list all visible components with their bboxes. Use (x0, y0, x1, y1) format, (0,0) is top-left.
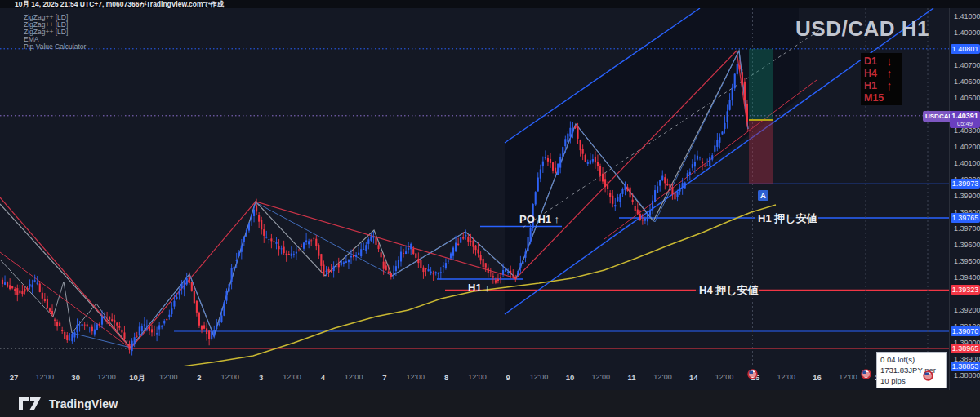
economic-event-icon[interactable] (861, 368, 871, 379)
mtf-row-h1: H1↑ (864, 79, 902, 91)
publish-info-text: 10月 14, 2025 21:54 UTC+7, m0607366がTradi… (15, 0, 224, 8)
time-tick: 7 (382, 373, 386, 382)
price-alert-badge: 1.38965 (951, 344, 980, 353)
time-tick: 12:00 (407, 373, 425, 381)
footer-bar: TradingView (0, 390, 980, 417)
price-alert-badge: 1.40801 (951, 44, 980, 54)
price-alert-badge: 1.39765 (951, 213, 980, 223)
time-tick: 12:00 (159, 373, 178, 381)
time-tick: 12:00 (283, 373, 301, 381)
price-tick: 1.40600 (954, 78, 980, 86)
price-tick: 1.41000 (954, 12, 980, 20)
position-profit-zone[interactable] (749, 49, 773, 120)
price-alert-badge: 1.39070 (951, 326, 980, 336)
time-tick: 12:00 (468, 373, 487, 381)
mtf-row-h4: H4↑ (864, 67, 902, 79)
time-tick: 12:00 (97, 373, 116, 381)
price-alert-badge: 1.39973 (951, 179, 980, 189)
economic-event-icon[interactable] (747, 368, 758, 379)
time-tick: 12:00 (221, 373, 240, 381)
price-tick: 1.39900 (954, 192, 980, 200)
chart-canvas[interactable]: PO H1 ↑H1 ↓H1 押し安値H4 押し安値A (0, 0, 949, 366)
time-tick: 12:00 (839, 373, 858, 381)
mtf-row-d1: D1↓ (864, 55, 902, 67)
bar-countdown: 05:49 (950, 120, 980, 127)
tradingview-published-chart: 10月 14, 2025 21:54 UTC+7, m0607366がTradi… (0, 0, 980, 417)
publish-info-bar: 10月 14, 2025 21:54 UTC+7, m0607366がTradi… (0, 0, 980, 8)
time-tick: 11 (628, 373, 636, 382)
time-tick: 2 (197, 373, 201, 382)
drawing-text[interactable]: H1 押し安値 (758, 212, 817, 224)
time-tick: 9 (506, 373, 510, 382)
time-tick: 4 (321, 373, 325, 382)
price-tick: 1.39700 (954, 224, 980, 233)
a-marker-text: A (760, 191, 766, 200)
mtf-arrow-icon: ↑ (887, 78, 892, 93)
tradingview-logo-icon[interactable] (18, 397, 42, 410)
economic-event-icon[interactable] (923, 370, 933, 380)
price-tick: 1.39200 (954, 306, 980, 314)
time-tick: 12:00 (715, 373, 734, 381)
price-tick: 1.39600 (954, 241, 980, 249)
price-tick: 1.40700 (954, 61, 980, 69)
current-price-value: 1.40391 (950, 112, 980, 120)
time-tick: 10 (566, 373, 575, 382)
time-axis[interactable]: 2712:003012:0010月12:00212:00312:00412:00… (0, 366, 949, 390)
price-tick: 1.40200 (954, 143, 980, 151)
price-tick: 1.40100 (954, 159, 980, 167)
tooltip-lots: 0.04 lot(s) (880, 354, 942, 365)
time-tick: 3 (259, 373, 263, 382)
drawing-text[interactable]: H4 押し安値 (699, 284, 759, 296)
tooltip-pip-value: 1731.83JPY per 10 pips (880, 365, 942, 386)
drawing-text[interactable]: PO H1 ↑ (519, 213, 559, 225)
time-tick: 14 (689, 373, 698, 382)
position-loss-zone[interactable] (749, 120, 773, 184)
price-alert-badge: 1.39323 (951, 285, 980, 295)
time-tick: 12:00 (777, 373, 795, 381)
time-tick: 27 (10, 373, 19, 382)
mtf-direction-panel[interactable]: D1↓H4↑H1↑M15 (861, 53, 902, 105)
time-tick: 12:00 (345, 373, 363, 381)
time-tick: 16 (813, 373, 822, 382)
ema-line (122, 205, 776, 366)
current-price-badge: 1.40391 05:49 (950, 111, 980, 128)
time-tick: 12:00 (530, 373, 549, 381)
drawing-text[interactable]: H1 ↓ (468, 282, 490, 294)
indicator-row-4[interactable]: Pip Value Calculator (24, 43, 86, 51)
time-tick: 12:00 (592, 373, 611, 381)
mtf-row-m15: M15 (864, 91, 902, 104)
price-tick: 1.40500 (954, 94, 980, 102)
time-tick: 8 (444, 373, 448, 382)
price-tick: 1.39400 (954, 273, 980, 282)
price-tick: 1.38800 (954, 371, 980, 379)
time-tick: 12:00 (36, 373, 55, 381)
indicator-legend: ZigZag++ [LD]ZigZag++ [LD]ZigZag++ [LD]E… (24, 14, 86, 51)
time-tick: 12:00 (653, 373, 672, 381)
price-alert-badge: 1.38853 (951, 362, 980, 371)
symbol-watermark: USD/CAD H1 (795, 16, 929, 42)
tradingview-brand-text[interactable]: TradingView (49, 397, 118, 410)
time-tick: 30 (71, 373, 80, 382)
pip-value-tooltip: 0.04 lot(s) 1731.83JPY per 10 pips (876, 352, 947, 388)
price-tick: 1.40900 (954, 29, 980, 37)
time-tick: 10月 (129, 373, 145, 384)
price-axis[interactable]: 1.410001.409001.407001.406001.405001.403… (949, 8, 980, 390)
price-tick: 1.39500 (954, 257, 980, 265)
